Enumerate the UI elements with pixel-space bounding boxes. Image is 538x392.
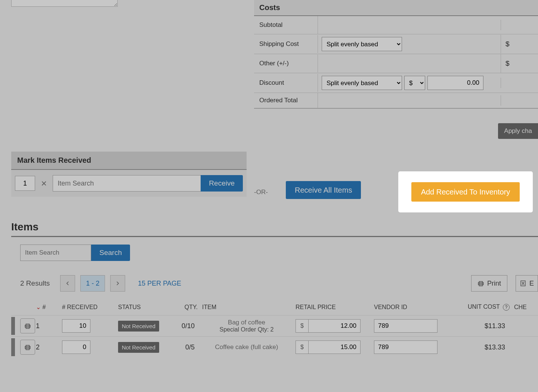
table-header-row: ⌄ # # RECEIVED STATUS QTY. ITEM RETAIL P… xyxy=(11,301,538,315)
spreadsheet-icon xyxy=(520,280,526,287)
or-divider: -OR- xyxy=(254,189,268,196)
apply-changes-button[interactable]: Apply cha xyxy=(498,123,538,139)
help-icon[interactable]: ? xyxy=(503,304,510,311)
costs-panel: Costs Subtotal Shipping Cost Split evenl… xyxy=(254,0,538,109)
sort-indicator-icon[interactable]: ⌄ xyxy=(36,304,41,310)
receive-all-items-button[interactable]: Receive All Items xyxy=(286,181,361,199)
ordered-total-label: Ordered Total xyxy=(254,93,318,108)
receive-button[interactable]: Receive xyxy=(201,175,243,192)
row-qty: 0/5 xyxy=(166,343,200,351)
unit-cost: $11.33 xyxy=(448,322,512,330)
chevron-right-icon xyxy=(114,280,121,287)
col-status[interactable]: STATUS xyxy=(116,304,166,311)
col-num[interactable]: # xyxy=(42,304,46,310)
currency-symbol: $ xyxy=(296,340,308,354)
retail-price-input[interactable] xyxy=(308,319,361,333)
row-print-button[interactable] xyxy=(20,340,35,355)
items-table: ⌄ # # RECEIVED STATUS QTY. ITEM RETAIL P… xyxy=(11,301,538,358)
discount-method-select[interactable]: Split evenly based xyxy=(322,76,402,90)
table-row: 1 Not Received 0/10 Bag of coffee Specia… xyxy=(11,315,538,336)
mark-items-received-title: Mark Items Received xyxy=(11,152,247,170)
items-heading: Items xyxy=(11,221,538,237)
other-label: Other (+/-) xyxy=(254,55,318,72)
pager-next-button[interactable] xyxy=(110,275,125,292)
status-badge: Not Received xyxy=(118,342,159,353)
items-search-button[interactable]: Search xyxy=(91,245,130,261)
col-received[interactable]: # RECEIVED xyxy=(60,304,116,311)
ordered-total-value xyxy=(501,95,538,106)
shipping-label: Shipping Cost xyxy=(254,35,318,53)
shipping-method-select[interactable]: Split evenly based xyxy=(322,37,402,51)
notes-textarea[interactable] xyxy=(11,0,118,7)
col-vendor[interactable]: VENDOR ID xyxy=(372,304,448,311)
row-qty: 0/10 xyxy=(166,322,200,330)
currency-symbol: $ xyxy=(296,319,308,333)
items-search-input[interactable] xyxy=(20,245,91,261)
unit-cost: $13.33 xyxy=(448,343,512,351)
vendor-id-input[interactable] xyxy=(374,340,437,354)
retail-price-input[interactable] xyxy=(308,340,361,354)
chevron-left-icon xyxy=(64,280,71,287)
item-name[interactable]: Bag of coffee xyxy=(202,319,291,326)
subtotal-value xyxy=(501,20,538,30)
other-prefix: $ xyxy=(501,54,538,73)
shipping-prefix: $ xyxy=(501,35,538,53)
discount-currency-select[interactable]: $ xyxy=(404,76,425,90)
print-label: Print xyxy=(487,280,501,287)
pager-current[interactable]: 1 - 2 xyxy=(80,275,105,292)
received-qty-input[interactable] xyxy=(62,340,90,354)
results-count: 2 Results xyxy=(20,279,50,287)
costs-header: Costs xyxy=(254,0,538,16)
col-retail[interactable]: RETAIL PRICE xyxy=(293,304,372,311)
table-row: 2 Not Received 0/5 Coffee cake (full cak… xyxy=(11,336,538,358)
receive-qty-input[interactable] xyxy=(15,176,35,191)
pager-prev-button[interactable] xyxy=(60,275,75,292)
row-print-button[interactable] xyxy=(20,318,35,333)
printer-icon xyxy=(477,280,484,287)
times-icon: × xyxy=(39,178,49,189)
print-button[interactable]: Print xyxy=(471,275,507,292)
col-qty[interactable]: QTY. xyxy=(166,304,200,311)
per-page-link[interactable]: 15 PER PAGE xyxy=(138,280,181,287)
item-subtext: Special Order Qty: 2 xyxy=(202,326,291,333)
printer-icon xyxy=(24,344,31,351)
add-received-to-inventory-button[interactable]: Add Received To Inventory xyxy=(411,182,520,202)
row-num: 1 xyxy=(34,322,60,330)
highlight-region: Add Received To Inventory xyxy=(398,171,533,212)
status-badge: Not Received xyxy=(118,321,159,332)
discount-value-input[interactable] xyxy=(427,76,483,90)
col-che[interactable]: CHE xyxy=(512,304,538,311)
discount-value-col xyxy=(501,78,538,88)
printer-icon xyxy=(24,323,31,329)
export-button[interactable]: E xyxy=(516,275,538,292)
subtotal-label: Subtotal xyxy=(254,16,318,34)
items-section: Items Search 2 Results 1 - 2 15 PER PAGE… xyxy=(11,221,538,358)
export-label: E xyxy=(529,280,534,287)
col-item[interactable]: ITEM xyxy=(200,304,293,311)
col-unit-cost[interactable]: UNIT COST ? xyxy=(448,304,512,311)
received-qty-input[interactable] xyxy=(62,319,90,333)
item-name[interactable]: Coffee cake (full cake) xyxy=(202,343,291,351)
receive-item-search-input[interactable] xyxy=(53,175,201,192)
mark-items-received-panel: Mark Items Received × Receive xyxy=(11,152,247,197)
row-num: 2 xyxy=(34,343,60,351)
discount-label: Discount xyxy=(254,74,318,92)
vendor-id-input[interactable] xyxy=(374,319,437,333)
